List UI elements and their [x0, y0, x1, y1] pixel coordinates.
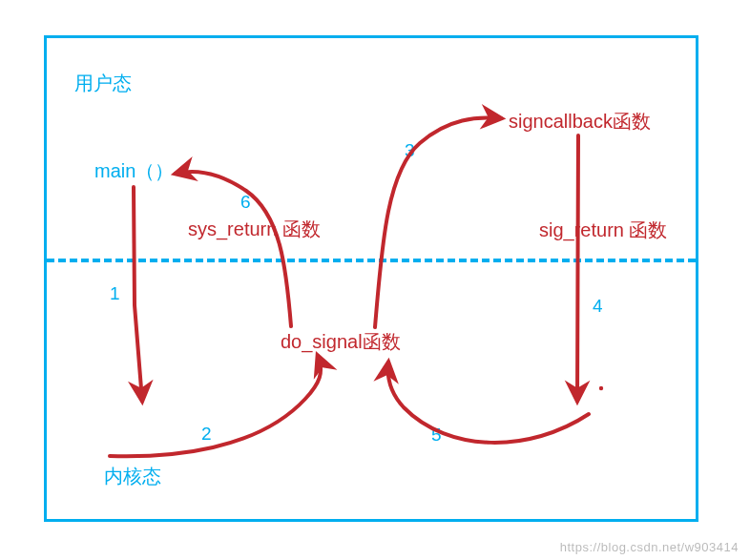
user-kernel-divider [47, 259, 696, 262]
kernel-space-label: 内核态 [104, 464, 161, 489]
watermark: https://blog.csdn.net/w903414 [560, 540, 739, 554]
step-2: 2 [201, 424, 212, 445]
step-4: 4 [593, 296, 603, 317]
step-5: 5 [431, 425, 442, 446]
user-space-label: 用户态 [74, 71, 132, 96]
signcallback-label: signcallback函数 [509, 109, 651, 135]
step-6: 6 [240, 192, 251, 213]
sys-return-label: sys_return 函数 [188, 217, 321, 242]
step-3: 3 [405, 140, 415, 161]
main-label: main（） [94, 158, 174, 184]
step-1: 1 [110, 283, 120, 304]
sig-return-label: sig_return 函数 [539, 218, 668, 243]
do-signal-label: do_signal函数 [281, 329, 401, 355]
